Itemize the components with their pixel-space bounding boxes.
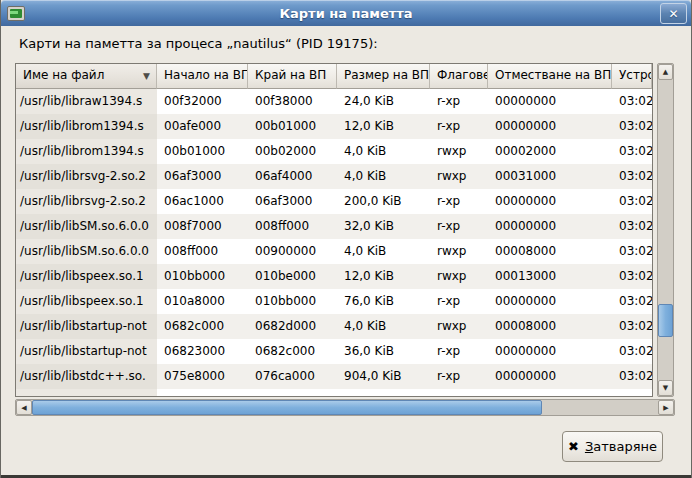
table-cell: 32,0 KiB bbox=[337, 214, 430, 239]
table-cell: 03:02 bbox=[612, 114, 652, 139]
table-row[interactable]: /usr/lib/librsvg-2.so.206af300006af40004… bbox=[16, 164, 652, 189]
table-cell: 03:02 bbox=[612, 164, 652, 189]
scroll-left-button[interactable]: ◀ bbox=[16, 400, 32, 415]
horizontal-scrollbar-thumb[interactable] bbox=[32, 400, 542, 415]
table-cell: /usr/lib/librom1394.s bbox=[16, 139, 157, 164]
table-cell: 00b01000 bbox=[157, 139, 248, 164]
table-cell: 12,0 KiB bbox=[337, 114, 430, 139]
horizontal-scrollbar[interactable]: ◀ ▶ bbox=[15, 399, 675, 416]
table-cell: 00f32000 bbox=[157, 89, 248, 114]
table-cell: 4,0 KiB bbox=[337, 139, 430, 164]
table-cell: 00000000 bbox=[488, 214, 612, 239]
table-cell: 00008000 bbox=[488, 314, 612, 339]
scroll-right-button[interactable]: ▶ bbox=[658, 400, 674, 415]
table-cell: /usr/lib/libSM.so.6.0.0 bbox=[16, 214, 157, 239]
column-header-vm-start[interactable]: Начало на ВП bbox=[157, 64, 248, 89]
table-row[interactable]: /usr/lib/libraw1394.s00f3200000f3800024,… bbox=[16, 89, 652, 114]
table-cell: 03:02 bbox=[612, 214, 652, 239]
table-cell: 06af3000 bbox=[157, 164, 248, 189]
table-cell: 076ca000 bbox=[248, 364, 337, 389]
table-cell: /usr/lib/libspeex.so.1 bbox=[16, 264, 157, 289]
table-cell: /usr/lib/libstartup-not bbox=[16, 339, 157, 364]
column-header-vm-size[interactable]: Размер на ВП bbox=[337, 64, 430, 89]
table-cell: 4,0 KiB bbox=[337, 239, 430, 264]
table-cell: 010be000 bbox=[248, 264, 337, 289]
table-cell: rwxp bbox=[430, 314, 488, 339]
table-cell: 00afe000 bbox=[157, 114, 248, 139]
close-x-icon: ✖ bbox=[568, 439, 579, 454]
table-cell: 03:02 bbox=[612, 289, 652, 314]
table-cell: 0682d000 bbox=[248, 314, 337, 339]
sort-descending-icon: ▼ bbox=[143, 64, 150, 88]
table-cell: 12,0 KiB bbox=[337, 264, 430, 289]
table-cell: /usr/lib/libspeex.so.1 bbox=[16, 289, 157, 314]
close-button[interactable]: ✖ Затваряне bbox=[562, 431, 663, 462]
table-row[interactable]: /usr/lib/librom1394.s00afe00000b0100012,… bbox=[16, 114, 652, 139]
table-row[interactable]: /usr/lib/libstartup-not068230000682c0003… bbox=[16, 339, 652, 364]
table-cell: 4,0 KiB bbox=[337, 164, 430, 189]
table-cell: 03:02 bbox=[612, 139, 652, 164]
table-cell: 010bb000 bbox=[157, 264, 248, 289]
table-cell: 4,0 KiB bbox=[337, 314, 430, 339]
table-row[interactable]: /usr/lib/libSM.so.6.0.0008f7000008ff0003… bbox=[16, 214, 652, 239]
table-cell: 03:02 bbox=[612, 239, 652, 264]
table-cell: r-xp bbox=[430, 289, 488, 314]
table-cell: 00000000 bbox=[488, 89, 612, 114]
table-cell: 00002000 bbox=[488, 139, 612, 164]
column-header-filename[interactable]: Име на файл ▼ bbox=[16, 64, 157, 89]
column-header-vm-offset[interactable]: Отместване на ВП bbox=[488, 64, 612, 89]
window-close-button[interactable]: ✕ bbox=[660, 3, 687, 24]
column-header-device[interactable]: Устройство bbox=[612, 64, 652, 89]
vertical-scrollbar[interactable]: ▲ ▼ bbox=[657, 63, 674, 397]
table-cell: 06af3000 bbox=[248, 189, 337, 214]
table-filler bbox=[16, 389, 652, 396]
table-row[interactable]: /usr/lib/libSM.so.6.0.0008ff000009000004… bbox=[16, 239, 652, 264]
table-cell: 00900000 bbox=[248, 239, 337, 264]
table-cell: /usr/lib/libSM.so.6.0.0 bbox=[16, 239, 157, 264]
table-cell: r-xp bbox=[430, 114, 488, 139]
table-row[interactable]: /usr/lib/libstdc++.so.075e8000076ca00090… bbox=[16, 364, 652, 389]
memory-map-table: Име на файл ▼ Начало на ВП Край на ВП Ра… bbox=[15, 63, 653, 397]
close-button-label: Затваряне bbox=[585, 439, 657, 454]
table-row[interactable]: /usr/lib/libspeex.so.1010a8000010bb00076… bbox=[16, 289, 652, 314]
titlebar[interactable]: Карти на паметта ✕ bbox=[1, 0, 691, 26]
table-cell: 00b02000 bbox=[248, 139, 337, 164]
table-cell: 03:02 bbox=[612, 264, 652, 289]
table-cell: 36,0 KiB bbox=[337, 339, 430, 364]
table-cell: r-xp bbox=[430, 214, 488, 239]
table-cell: 00000000 bbox=[488, 289, 612, 314]
column-header-flags[interactable]: Флагове bbox=[430, 64, 488, 89]
table-cell: 06ac1000 bbox=[157, 189, 248, 214]
table-cell: 03:02 bbox=[612, 189, 652, 214]
table-cell: 0682c000 bbox=[157, 314, 248, 339]
process-description: Карти на паметта за процеса „nautilus“ (… bbox=[19, 36, 378, 51]
table-cell: /usr/lib/librsvg-2.so.2 bbox=[16, 164, 157, 189]
window-title: Карти на паметта bbox=[1, 6, 691, 21]
close-icon: ✕ bbox=[668, 7, 678, 21]
scroll-up-button[interactable]: ▲ bbox=[658, 64, 673, 80]
table-row[interactable]: /usr/lib/librom1394.s00b0100000b020004,0… bbox=[16, 139, 652, 164]
table-row[interactable]: /usr/lib/librsvg-2.so.206ac100006af30002… bbox=[16, 189, 652, 214]
table-row[interactable]: /usr/lib/libspeex.so.1010bb000010be00012… bbox=[16, 264, 652, 289]
table-cell: /usr/lib/libraw1394.s bbox=[16, 89, 157, 114]
table-cell: /usr/lib/libstdc++.so. bbox=[16, 364, 157, 389]
table-cell: 03:02 bbox=[612, 339, 652, 364]
scroll-down-button[interactable]: ▼ bbox=[658, 380, 673, 396]
table-cell: 200,0 KiB bbox=[337, 189, 430, 214]
table-cell: 00000000 bbox=[488, 339, 612, 364]
table-cell: 00031000 bbox=[488, 164, 612, 189]
table-cell: r-xp bbox=[430, 364, 488, 389]
table-cell: 00000000 bbox=[488, 189, 612, 214]
table-cell: rwxp bbox=[430, 264, 488, 289]
table-cell: 00008000 bbox=[488, 239, 612, 264]
table-cell: 008ff000 bbox=[157, 239, 248, 264]
table-cell: 24,0 KiB bbox=[337, 89, 430, 114]
table-cell: r-xp bbox=[430, 189, 488, 214]
table-cell: rwxp bbox=[430, 164, 488, 189]
table-cell: 76,0 KiB bbox=[337, 289, 430, 314]
table-body: /usr/lib/libraw1394.s00f3200000f3800024,… bbox=[16, 89, 652, 389]
vertical-scrollbar-thumb[interactable] bbox=[658, 304, 673, 337]
table-row[interactable]: /usr/lib/libstartup-not0682c0000682d0004… bbox=[16, 314, 652, 339]
scroll-left-icon: ◀ bbox=[21, 404, 26, 412]
column-header-vm-end[interactable]: Край на ВП bbox=[248, 64, 337, 89]
